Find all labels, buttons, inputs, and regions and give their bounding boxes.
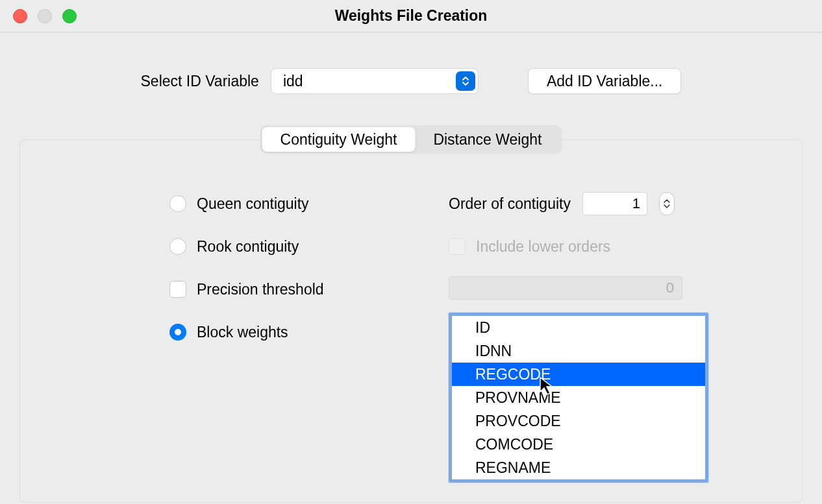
precision-threshold-row[interactable]: Precision threshold <box>169 278 377 301</box>
include-lower-orders-row: Include lower orders <box>449 235 721 258</box>
content: Select ID Variable idd Add ID Variable..… <box>0 32 822 503</box>
weight-tabbar: Contiguity Weight Distance Weight <box>260 125 562 154</box>
chevron-down-icon <box>664 204 670 208</box>
chevron-up-icon <box>664 199 670 204</box>
radio-block[interactable] <box>169 324 186 341</box>
radio-rook[interactable] <box>169 238 186 255</box>
close-window-button[interactable] <box>13 9 27 23</box>
list-item[interactable]: PROVCODE <box>452 409 705 433</box>
panel-body: Queen contiguity Rook contiguity Precisi… <box>20 179 802 483</box>
weight-panel-wrap: Contiguity Weight Distance Weight Queen … <box>19 139 803 503</box>
add-id-variable-button[interactable]: Add ID Variable... <box>528 68 682 94</box>
right-column: Order of contiguity 1 Include lower orde… <box>449 192 721 483</box>
select-updown-icon[interactable] <box>456 71 475 91</box>
order-stepper[interactable] <box>659 192 675 215</box>
list-item[interactable]: COMCODE <box>452 433 705 456</box>
order-label: Order of contiguity <box>449 195 571 213</box>
checkbox-include-lower <box>449 238 466 255</box>
block-label: Block weights <box>197 324 288 341</box>
tab-distance[interactable]: Distance Weight <box>415 127 560 152</box>
list-item[interactable]: REGCODE <box>452 363 705 386</box>
id-variable-select-value: idd <box>271 68 479 94</box>
minimize-window-button <box>38 9 52 23</box>
id-variable-select[interactable]: idd <box>271 68 479 94</box>
include-lower-label: Include lower orders <box>476 238 610 256</box>
block-variable-listbox[interactable]: IDIDNNREGCODEPROVNAMEPROVCODECOMCODEREGN… <box>449 313 708 483</box>
list-item[interactable]: IDNN <box>452 339 705 363</box>
id-variable-row: Select ID Variable idd Add ID Variable..… <box>19 68 803 94</box>
rook-contiguity-row[interactable]: Rook contiguity <box>169 235 377 258</box>
precision-threshold-input: 0 <box>449 276 682 300</box>
titlebar: Weights File Creation <box>0 0 822 32</box>
id-variable-label: Select ID Variable <box>141 73 259 90</box>
rook-label: Rook contiguity <box>197 238 299 256</box>
traffic-lights <box>13 9 77 23</box>
list-item[interactable]: PROVNAME <box>452 386 705 409</box>
precision-label: Precision threshold <box>197 281 324 298</box>
left-column: Queen contiguity Rook contiguity Precisi… <box>169 192 377 483</box>
block-weights-row[interactable]: Block weights <box>169 320 377 344</box>
queen-label: Queen contiguity <box>197 195 309 213</box>
window-title: Weights File Creation <box>335 7 488 25</box>
list-item[interactable]: REGNAME <box>452 456 705 479</box>
zoom-window-button[interactable] <box>62 9 77 23</box>
tab-contiguity[interactable]: Contiguity Weight <box>262 127 416 152</box>
order-input[interactable]: 1 <box>582 192 647 215</box>
order-of-contiguity-row: Order of contiguity 1 <box>449 192 721 215</box>
weight-panel: Queen contiguity Rook contiguity Precisi… <box>19 139 803 503</box>
radio-queen[interactable] <box>169 195 186 212</box>
queen-contiguity-row[interactable]: Queen contiguity <box>169 192 377 215</box>
list-item[interactable]: ID <box>452 316 705 339</box>
checkbox-precision[interactable] <box>169 281 186 298</box>
